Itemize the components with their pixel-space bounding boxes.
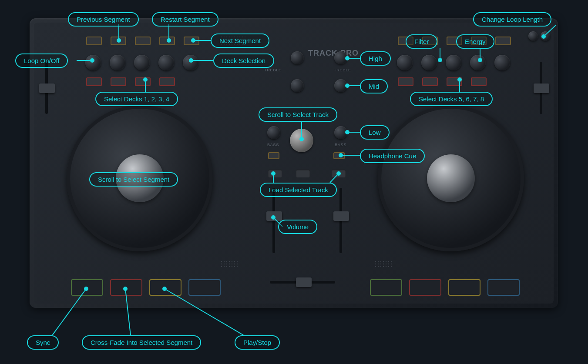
volume-fader-right-cap[interactable] (333, 211, 349, 221)
right-jog-wheel[interactable] (378, 105, 524, 251)
treble-label-right: TREBLE (334, 68, 351, 72)
headphone-cue-left[interactable] (268, 152, 279, 159)
label-loop-on-off: Loop On/Off (15, 53, 68, 68)
left-knob-d[interactable] (158, 55, 174, 70)
left-knob-a[interactable] (85, 55, 101, 70)
label-crossfade-segment: Cross-Fade Into Selected Segment (82, 335, 201, 350)
label-scroll-select-track: Scroll to Select Track (259, 107, 337, 122)
left-top-pad-1[interactable] (86, 37, 102, 45)
right-top-pad-5[interactable] (495, 37, 511, 45)
left-pitch-cap[interactable] (39, 83, 55, 93)
left-red-pad-3[interactable] (135, 77, 151, 86)
load-center-button[interactable] (296, 170, 310, 177)
label-low: Low (360, 125, 390, 140)
right-knob-c[interactable] (446, 55, 461, 70)
right-knob-e[interactable] (494, 55, 510, 70)
treble-label-left: TREBLE (264, 68, 282, 72)
loop-length-knob-a[interactable] (528, 31, 538, 41)
left-red-pad-1[interactable] (86, 77, 102, 86)
right-knob-d[interactable] (470, 55, 486, 70)
left-knob-c[interactable] (134, 55, 150, 70)
bass-label-right: BASS (335, 143, 346, 147)
volume-fader-left-cap[interactable] (266, 211, 282, 221)
left-top-pad-2[interactable] (111, 37, 126, 45)
left-top-pad-5[interactable] (184, 37, 199, 45)
right-red-pad-2[interactable] (422, 77, 438, 86)
center-bass-left[interactable] (267, 126, 280, 139)
loop-length-knob-b[interactable] (541, 31, 550, 41)
label-select-decks-left: Select Decks 1, 2, 3, 4 (95, 92, 178, 106)
right-transport-4[interactable] (487, 279, 520, 296)
right-knob-b[interactable] (421, 55, 437, 70)
label-mid: Mid (360, 79, 388, 94)
right-transport-1[interactable] (370, 279, 402, 296)
right-pitch-cap[interactable] (534, 83, 549, 93)
label-previous-segment: Previous Segment (68, 12, 139, 27)
label-filter: Filter (406, 34, 437, 49)
center-gain-left[interactable] (291, 51, 304, 64)
label-energy: Energy (456, 34, 494, 49)
label-play-stop: Play/Stop (235, 335, 280, 350)
right-transport-3[interactable] (448, 279, 480, 296)
label-sync: Sync (27, 335, 59, 350)
label-restart-segment: Restart Segment (152, 12, 218, 27)
left-knob-b[interactable] (110, 55, 125, 70)
label-load-selected-track: Load Selected Track (260, 183, 337, 197)
right-knob-a[interactable] (397, 55, 413, 70)
eq-low-knob[interactable] (334, 126, 347, 139)
right-red-pad-4[interactable] (471, 77, 487, 86)
dot-strip-3 (374, 260, 392, 268)
right-red-pad-1[interactable] (398, 77, 413, 86)
eq-mid-knob[interactable] (334, 79, 347, 92)
headphone-cue-right[interactable] (333, 152, 345, 159)
left-knob-e[interactable] (183, 55, 198, 70)
right-red-pad-3[interactable] (447, 77, 462, 86)
label-headphone-cue: Headphone Cue (360, 149, 425, 163)
left-transport-3[interactable] (149, 279, 181, 296)
left-top-pad-3[interactable] (135, 37, 151, 45)
browse-knob[interactable] (290, 129, 313, 152)
dj-controller-body: TRACK PRO TREBLE TREBLE BASS BASS (30, 18, 558, 308)
label-deck-selection: Deck Selection (213, 53, 274, 68)
load-left-button[interactable] (268, 170, 282, 177)
label-select-decks-right: Select Decks 5, 6, 7, 8 (410, 92, 493, 106)
left-transport-4[interactable] (188, 279, 221, 296)
label-change-loop-length: Change Loop Length (473, 12, 551, 27)
label-scroll-select-segment: Scroll to Select Segment (89, 172, 178, 187)
left-red-pad-2[interactable] (111, 77, 126, 86)
load-right-button[interactable] (332, 170, 346, 177)
label-high: High (360, 51, 391, 66)
left-transport-2[interactable] (110, 279, 142, 296)
label-volume: Volume (278, 220, 317, 234)
left-top-pad-4[interactable] (159, 37, 175, 45)
crossfader-cap[interactable] (296, 277, 312, 287)
left-transport-1[interactable] (71, 279, 103, 296)
right-transport-2[interactable] (409, 279, 441, 296)
bass-label-left: BASS (267, 143, 279, 147)
left-red-pad-4[interactable] (159, 77, 175, 86)
center-mid-left[interactable] (291, 79, 304, 92)
label-next-segment: Next Segment (211, 33, 269, 48)
eq-high-knob[interactable] (334, 51, 347, 64)
product-name: TRACK PRO (308, 49, 359, 58)
dot-strip-2 (220, 260, 238, 268)
